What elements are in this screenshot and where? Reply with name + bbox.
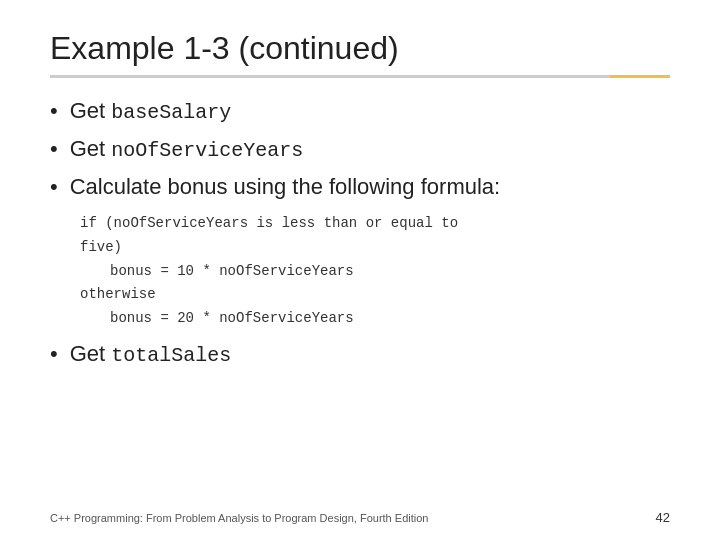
bullet-dot-4: • — [50, 341, 58, 367]
bullet-dot-1: • — [50, 98, 58, 124]
code-line-5: bonus = 20 * noOfServiceYears — [110, 307, 670, 331]
footer-text: C++ Programming: From Problem Analysis t… — [50, 512, 428, 524]
bullet-mono-1: baseSalary — [111, 101, 231, 124]
code-line-1: if (noOfServiceYears is less than or equ… — [80, 212, 670, 236]
slide-container: Example 1-3 (continued) • Get baseSalary… — [0, 0, 720, 540]
footer: C++ Programming: From Problem Analysis t… — [50, 510, 670, 525]
bullet-mono-4: totalSales — [111, 344, 231, 367]
bullet-item-3: • Calculate bonus using the following fo… — [50, 174, 670, 200]
code-line-4-text: otherwise — [80, 286, 156, 302]
bullet-item-2: • Get noOfServiceYears — [50, 136, 670, 162]
bullet-text-1: Get baseSalary — [70, 98, 232, 124]
title-divider-accent — [610, 75, 670, 78]
bullet-prefix-3: Calculate bonus using the following form… — [70, 174, 500, 199]
code-line-3: bonus = 10 * noOfServiceYears — [110, 260, 670, 284]
bullet-item-4: • Get totalSales — [50, 341, 670, 367]
slide-title: Example 1-3 (continued) — [50, 30, 670, 67]
code-line-4: otherwise — [80, 283, 670, 307]
bullet-dot-3: • — [50, 174, 58, 200]
content-area: • Get baseSalary • Get noOfServiceYears … — [50, 98, 670, 367]
bullet-dot-2: • — [50, 136, 58, 162]
footer-page: 42 — [656, 510, 670, 525]
bullet-prefix-1: Get — [70, 98, 112, 123]
code-line-5-text: bonus = 20 * noOfServiceYears — [110, 310, 354, 326]
code-line-2-text: five) — [80, 239, 122, 255]
bullet-text-4: Get totalSales — [70, 341, 232, 367]
code-block: if (noOfServiceYears is less than or equ… — [80, 212, 670, 331]
bullet-text-3: Calculate bonus using the following form… — [70, 174, 500, 200]
bullet-prefix-4: Get — [70, 341, 112, 366]
bullet-text-2: Get noOfServiceYears — [70, 136, 304, 162]
title-divider — [50, 75, 670, 78]
code-line-3-text: bonus = 10 * noOfServiceYears — [110, 263, 354, 279]
bullet-item-1: • Get baseSalary — [50, 98, 670, 124]
bullet-prefix-2: Get — [70, 136, 112, 161]
code-line-1-text: if (noOfServiceYears is less than or equ… — [80, 215, 458, 231]
code-line-2: five) — [80, 236, 670, 260]
bullet-mono-2: noOfServiceYears — [111, 139, 303, 162]
